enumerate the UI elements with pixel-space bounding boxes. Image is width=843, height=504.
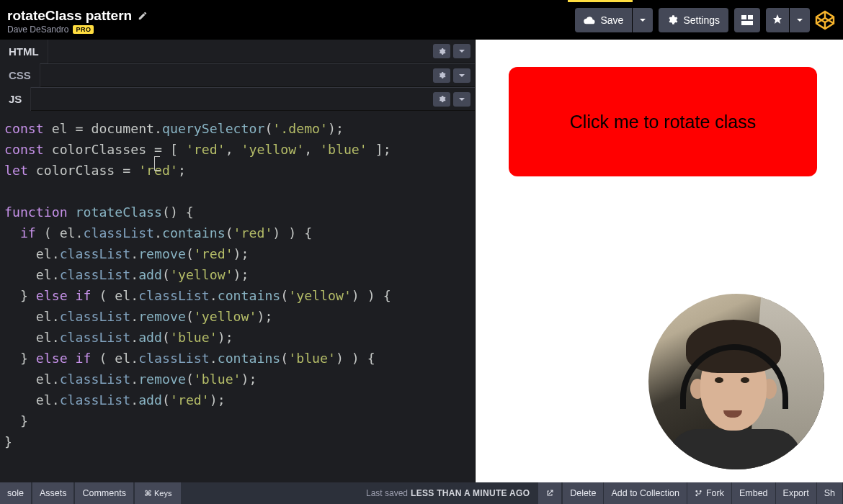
edit-title-icon[interactable] (138, 11, 148, 21)
unsaved-indicator (568, 0, 633, 2)
pen-author[interactable]: Dave DeSandro (7, 24, 68, 35)
webcam-overlay (648, 294, 824, 469)
assets-button[interactable]: Assets (32, 482, 74, 504)
view-button-group (734, 8, 760, 32)
pen-title-block: rotateClass pattern Dave DeSandro PRO (0, 2, 156, 37)
save-button-group: Save (575, 8, 653, 32)
settings-button-group: Settings (659, 8, 728, 32)
js-expand-button[interactable] (453, 92, 470, 107)
app-footer: sole Assets Comments ⌘ Keys Last savedLE… (0, 482, 843, 504)
css-panel-header[interactable]: CSS (0, 63, 475, 87)
save-label: Save (600, 14, 623, 26)
console-button[interactable]: sole (0, 482, 31, 504)
chevron-down-icon (639, 17, 646, 24)
cloud-icon (584, 15, 595, 25)
css-tab[interactable]: CSS (0, 63, 40, 87)
codepen-logo-icon[interactable] (814, 9, 836, 31)
share-button[interactable]: Sh (817, 482, 842, 504)
chevron-down-icon (458, 72, 465, 79)
editor-column: HTML CSS JS const el = document.querySel… (0, 40, 476, 482)
gear-icon (667, 14, 678, 25)
fork-button[interactable]: Fork (687, 482, 731, 504)
pin-icon (773, 14, 782, 26)
css-expand-button[interactable] (453, 68, 470, 83)
gear-icon (438, 71, 446, 79)
layout-button[interactable] (734, 8, 760, 32)
delete-button[interactable]: Delete (563, 482, 603, 504)
js-code-editor[interactable]: const el = document.querySelector('.demo… (0, 111, 475, 482)
pro-badge: PRO (73, 25, 94, 34)
chevron-down-icon (796, 17, 803, 24)
comments-button[interactable]: Comments (75, 482, 133, 504)
html-settings-button[interactable] (433, 44, 450, 58)
open-newtab-button[interactable] (538, 482, 561, 504)
preview-pane: Click me to rotate class (476, 40, 843, 482)
save-dropdown[interactable] (633, 8, 653, 32)
chevron-down-icon (458, 96, 465, 103)
settings-label: Settings (683, 14, 720, 26)
css-settings-button[interactable] (433, 68, 450, 83)
external-link-icon (545, 489, 554, 498)
pin-button-group (766, 8, 810, 32)
export-button[interactable]: Export (776, 482, 816, 504)
shortcuts-button[interactable]: ⌘ Keys (135, 482, 182, 504)
chevron-down-icon (458, 48, 465, 55)
js-panel-header[interactable]: JS (0, 87, 475, 111)
pin-dropdown[interactable] (790, 8, 810, 32)
add-collection-button[interactable]: Add to Collection (604, 482, 687, 504)
html-expand-button[interactable] (453, 44, 470, 58)
last-saved-note: Last savedLESS THAN A MINUTE AGO (357, 482, 538, 504)
pin-button[interactable] (766, 8, 789, 32)
html-panel-header[interactable]: HTML (0, 40, 475, 63)
save-button[interactable]: Save (575, 8, 632, 32)
demo-element[interactable]: Click me to rotate class (509, 67, 817, 176)
app-header: rotateClass pattern Dave DeSandro PRO Sa… (0, 0, 843, 40)
gear-icon (438, 95, 446, 103)
js-tab[interactable]: JS (0, 87, 31, 111)
embed-button[interactable]: Embed (732, 482, 775, 504)
svg-rect-2 (741, 21, 753, 25)
html-tab[interactable]: HTML (0, 40, 48, 63)
demo-text: Click me to rotate class (570, 112, 756, 132)
gear-icon (438, 48, 446, 55)
fork-icon (695, 489, 702, 498)
settings-button[interactable]: Settings (659, 8, 728, 32)
svg-rect-0 (741, 15, 746, 19)
svg-rect-1 (748, 15, 753, 19)
pen-title[interactable]: rotateClass pattern (7, 8, 132, 24)
layout-icon (741, 15, 753, 25)
js-settings-button[interactable] (433, 92, 450, 107)
